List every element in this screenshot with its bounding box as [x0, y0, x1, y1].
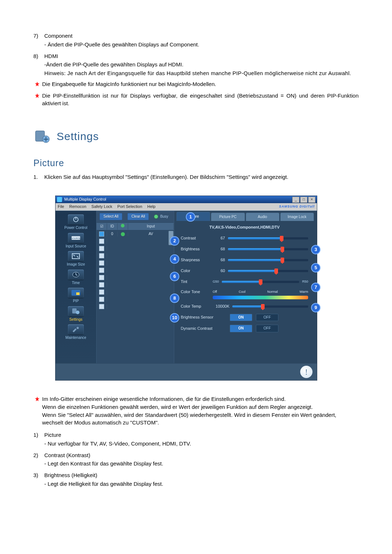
- row-checkbox[interactable]: [99, 275, 104, 280]
- item-line: - Ändert die PIP-Quelle des gewählten Di…: [44, 41, 359, 49]
- tint-slider[interactable]: [222, 281, 299, 283]
- list-toolbar: Select All Clear All Busy: [97, 211, 174, 223]
- col-status[interactable]: [118, 223, 128, 230]
- list-item: 3) Brightness (Helligkeit): [33, 471, 359, 479]
- row-checkbox[interactable]: [99, 246, 104, 251]
- color-slider[interactable]: [228, 270, 308, 272]
- table-row[interactable]: 0 AV: [97, 230, 174, 238]
- callout-10: 10: [170, 313, 179, 323]
- color-temp-slider[interactable]: [232, 305, 308, 308]
- item-title: Brightness (Helligkeit): [44, 471, 359, 479]
- row-checkbox[interactable]: [99, 231, 104, 237]
- mdc-window: Multiple Display Control _ □ × File Remo…: [55, 196, 317, 381]
- top-numbered-list: 7) Component - Ändert die PIP-Quelle des…: [33, 32, 359, 77]
- app-icon: [57, 197, 62, 202]
- maximize-button[interactable]: □: [300, 197, 307, 203]
- sharpness-value: 68: [213, 257, 225, 263]
- color-tone-slider[interactable]: [213, 296, 308, 299]
- callout-8: 8: [170, 294, 179, 303]
- row-checkbox[interactable]: [99, 297, 104, 302]
- intro-text: Klicken Sie auf das Hauptsymbol "Setting…: [44, 173, 359, 181]
- sidebar-item-time[interactable]: Time: [58, 270, 94, 286]
- sidebar-item-label: Image Size: [67, 262, 85, 267]
- list-pane: Select All Clear All Busy ☑ ID Inp: [97, 211, 174, 363]
- table-row[interactable]: [97, 288, 174, 296]
- tab-audio[interactable]: Audio: [246, 213, 279, 221]
- bottom-numbered-list: 1) Picture - Nur verfügbar für TV, AV, S…: [33, 431, 359, 488]
- row-checkbox[interactable]: [99, 260, 104, 266]
- row-checkbox[interactable]: [99, 304, 104, 309]
- warning-icon: !: [300, 366, 313, 378]
- col-input[interactable]: Input: [128, 223, 174, 230]
- item-title: HDMI: [44, 52, 359, 60]
- table-row[interactable]: [97, 281, 174, 288]
- close-button[interactable]: ×: [308, 197, 315, 203]
- brightness-slider[interactable]: [228, 248, 308, 250]
- list-item: 2) Contrast (Kontrast): [33, 451, 359, 459]
- menu-help[interactable]: Help: [147, 204, 156, 210]
- table-row[interactable]: [97, 303, 174, 310]
- contrast-slider[interactable]: [228, 237, 308, 239]
- sharpness-slider[interactable]: [228, 259, 308, 261]
- row-checkbox[interactable]: [99, 253, 104, 258]
- note-text: Die PIP-Einstellfunktion ist nur für Dis…: [42, 92, 359, 108]
- contrast-value: 67: [213, 235, 225, 241]
- brightness-sensor-on[interactable]: ON: [230, 314, 252, 321]
- sidebar-item-image-size[interactable]: Image Size: [58, 251, 94, 267]
- table-row[interactable]: [97, 296, 174, 303]
- dynamic-contrast-on[interactable]: ON: [230, 325, 252, 332]
- minimize-button[interactable]: _: [292, 197, 299, 203]
- clear-all-button[interactable]: Clear All: [127, 213, 149, 221]
- sidebar-item-settings[interactable]: Settings: [58, 306, 94, 323]
- select-all-button[interactable]: Select All: [99, 213, 122, 221]
- picture-heading: Picture: [33, 156, 359, 169]
- row-checkbox[interactable]: [99, 268, 104, 273]
- table-row[interactable]: [97, 274, 174, 281]
- menu-file[interactable]: File: [58, 204, 64, 210]
- note-text: Die Eingabequelle für MagicInfo funktion…: [42, 80, 359, 88]
- brightness-sensor-off[interactable]: OFF: [256, 314, 278, 321]
- color-tone-label: Color Tone: [181, 289, 210, 295]
- sidebar-item-pip[interactable]: PIP: [58, 288, 94, 304]
- menu-port-selection[interactable]: Port Selection: [117, 204, 142, 210]
- sidebar-item-input-source[interactable]: SOURCE Input Source: [58, 233, 94, 249]
- color-control: Color 60: [181, 267, 308, 275]
- sidebar-item-label: Input Source: [66, 244, 86, 249]
- power-icon: [68, 214, 84, 225]
- picture-intro: 1. Klicken Sie auf das Hauptsymbol "Sett…: [33, 173, 359, 181]
- menu-remocon[interactable]: Remocon: [69, 204, 86, 210]
- col-id[interactable]: ID: [107, 223, 118, 230]
- tone-mark-warm: Warm: [299, 290, 308, 294]
- table-row[interactable]: [97, 252, 174, 259]
- menu-safety-lock[interactable]: Safety Lock: [91, 204, 112, 210]
- list-item: 1) Picture: [33, 431, 359, 439]
- row-checkbox[interactable]: [99, 282, 104, 287]
- sidebar-item-maintenance[interactable]: Maintenance: [58, 324, 94, 341]
- maintenance-icon: [68, 324, 84, 335]
- row-status-icon: [121, 232, 125, 236]
- busy-indicator: Busy: [154, 214, 168, 219]
- tab-picture-pc[interactable]: Picture PC: [211, 213, 245, 221]
- item-number: 7): [33, 32, 44, 40]
- dynamic-contrast-off[interactable]: OFF: [256, 325, 278, 332]
- intro-number: 1.: [33, 173, 44, 181]
- callout-7: 7: [311, 283, 320, 292]
- settings-heading-row: Settings: [33, 127, 359, 145]
- tab-row: Picture Picture PC Audio Image Lock: [174, 211, 317, 221]
- table-row[interactable]: [97, 238, 174, 245]
- table-row[interactable]: [97, 259, 174, 267]
- item-number: 3): [33, 471, 44, 479]
- table-row[interactable]: [97, 245, 174, 252]
- callout-2: 2: [170, 236, 179, 246]
- row-checkbox[interactable]: [99, 239, 104, 244]
- color-label: Color: [181, 268, 210, 274]
- row-checkbox[interactable]: [99, 290, 104, 295]
- busy-dot-icon: [154, 214, 158, 219]
- callout-4: 4: [170, 254, 179, 264]
- table-row[interactable]: [97, 267, 174, 274]
- mdc-screenshot: Multiple Display Control _ □ × File Remo…: [55, 196, 359, 381]
- tab-image-lock[interactable]: Image Lock: [280, 213, 314, 221]
- col-check[interactable]: ☑: [97, 223, 107, 230]
- color-value: 60: [213, 268, 225, 274]
- sidebar-item-power-control[interactable]: Power Control: [58, 214, 94, 231]
